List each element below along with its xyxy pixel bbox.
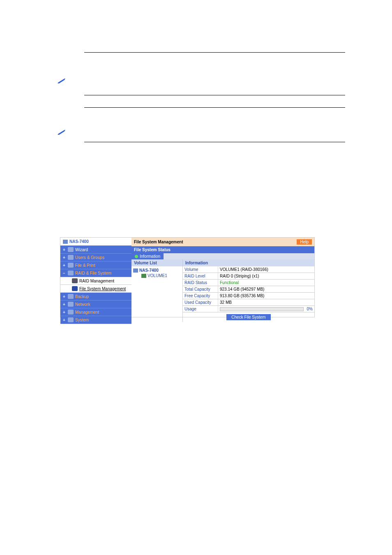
info-value: 32 MB xyxy=(218,299,314,305)
sidebar-item-wizard[interactable]: + Wizard xyxy=(60,246,131,254)
collapse-icon[interactable]: − xyxy=(62,271,66,275)
divider xyxy=(84,95,345,95)
sidebar-item-raid-management[interactable]: RAID Management xyxy=(60,277,131,285)
raid-icon xyxy=(68,271,74,275)
info-label: RAID Level xyxy=(183,273,218,279)
device-icon xyxy=(63,240,68,244)
volume-tree: NAS-7400 VOLUME1 xyxy=(131,266,183,322)
info-row-usage: Usage 0% xyxy=(183,306,314,312)
divider xyxy=(84,142,345,142)
tree-item-label: VOLUME1 xyxy=(148,273,167,278)
tree-root[interactable]: NAS-7400 xyxy=(131,268,182,273)
app-window: NAS-7400 + Wizard + Users & Groups + Fil… xyxy=(60,237,315,317)
content-row: NAS-7400 VOLUME1 Volume VOLUME1 (RAID-38… xyxy=(131,266,314,322)
col-header-volume-list: Volume List xyxy=(131,259,183,266)
sidebar-item-label: File System Management xyxy=(79,287,126,291)
info-label: RAID Status xyxy=(183,280,218,286)
backup-icon xyxy=(68,294,74,299)
usage-cell: 0% xyxy=(218,306,314,312)
active-tab-icon xyxy=(135,255,138,258)
sidebar: NAS-7400 + Wizard + Users & Groups + Fil… xyxy=(60,238,131,317)
tab-label: Information xyxy=(140,254,160,259)
users-icon xyxy=(68,255,74,260)
sidebar-item-management[interactable]: + Management xyxy=(60,308,131,316)
page-title: File System Management xyxy=(134,240,183,244)
info-row-free-capacity: Free Capacity 913.80 GB (935736 MB) xyxy=(183,293,314,299)
tree-item-volume1[interactable]: VOLUME1 xyxy=(131,273,182,278)
info-value: Functional xyxy=(218,280,314,286)
sidebar-item-users-groups[interactable]: + Users & Groups xyxy=(60,254,131,261)
file-print-icon xyxy=(68,263,74,268)
usage-bar xyxy=(220,307,304,311)
info-table: Volume VOLUME1 (RAID-380166) RAID Level … xyxy=(183,266,314,322)
expand-icon[interactable]: + xyxy=(62,294,66,299)
note-icon xyxy=(58,129,66,135)
info-row-used-capacity: Used Capacity 32 MB xyxy=(183,299,314,306)
info-value: 923.14 GB (945297 MB) xyxy=(218,286,314,292)
fs-mgmt-icon xyxy=(72,286,78,291)
info-row-raid-level: RAID Level RAID 0 (Striping) (x1) xyxy=(183,273,314,280)
sidebar-item-file-system-management[interactable]: File System Management xyxy=(60,285,131,293)
column-headers: Volume List Information xyxy=(131,259,314,266)
col-header-information: Information xyxy=(183,259,314,266)
info-label: Used Capacity xyxy=(183,299,218,305)
section-header: File System Status xyxy=(131,246,314,253)
expand-icon[interactable]: + xyxy=(62,255,66,260)
sidebar-item-raid-filesystem[interactable]: − RAID & File System xyxy=(60,269,131,277)
info-label: Volume xyxy=(183,266,218,273)
info-label: Free Capacity xyxy=(183,293,218,299)
wizard-icon xyxy=(68,247,74,252)
sidebar-item-label: Management xyxy=(75,310,99,314)
sidebar-item-backup[interactable]: + Backup xyxy=(60,293,131,301)
page-header: File System Management Help xyxy=(131,238,314,246)
info-value: RAID 0 (Striping) (x1) xyxy=(218,273,314,279)
info-label: Total Capacity xyxy=(183,286,218,292)
divider xyxy=(84,52,345,53)
button-row: Check File System xyxy=(183,312,314,322)
sidebar-item-label: File & Print xyxy=(75,263,95,268)
sidebar-root[interactable]: NAS-7400 xyxy=(60,238,131,246)
sidebar-item-label: RAID & File System xyxy=(75,271,111,275)
divider xyxy=(84,107,345,108)
info-row-total-capacity: Total Capacity 923.14 GB (945297 MB) xyxy=(183,286,314,293)
info-row-raid-status: RAID Status Functional xyxy=(183,280,314,286)
tab-row: Information xyxy=(131,253,314,259)
tree-root-label: NAS-7400 xyxy=(139,268,159,273)
management-icon xyxy=(68,310,74,314)
info-label: Usage xyxy=(183,306,218,312)
tab-information[interactable]: Information xyxy=(131,253,164,259)
sidebar-item-network[interactable]: + Network xyxy=(60,301,131,308)
raid-mgmt-icon xyxy=(72,278,78,283)
expand-icon[interactable]: + xyxy=(62,318,66,322)
sidebar-item-label: System xyxy=(75,318,89,322)
expand-icon[interactable]: + xyxy=(62,247,66,252)
system-icon xyxy=(68,317,74,322)
volume-icon xyxy=(141,274,146,278)
sidebar-item-label: Backup xyxy=(75,294,89,299)
main-panel: File System Management Help File System … xyxy=(131,238,314,317)
check-file-system-button[interactable]: Check File System xyxy=(226,314,270,320)
sidebar-item-file-print[interactable]: + File & Print xyxy=(60,261,131,269)
expand-icon[interactable]: + xyxy=(62,302,66,307)
sidebar-root-label: NAS-7400 xyxy=(69,239,89,244)
note-icon xyxy=(58,78,66,83)
expand-icon[interactable]: + xyxy=(62,263,66,268)
expand-icon[interactable]: + xyxy=(62,310,66,314)
usage-percent: 0% xyxy=(307,307,313,311)
device-icon xyxy=(133,268,138,273)
sidebar-item-label: Wizard xyxy=(75,247,88,252)
sidebar-item-system[interactable]: + System xyxy=(60,316,131,324)
info-row-volume: Volume VOLUME1 (RAID-380166) xyxy=(183,266,314,273)
sidebar-item-label: Users & Groups xyxy=(75,255,104,260)
sidebar-item-label: RAID Management xyxy=(79,279,114,283)
help-button[interactable]: Help xyxy=(297,239,312,245)
info-value: 913.80 GB (935736 MB) xyxy=(218,293,314,299)
info-value: VOLUME1 (RAID-380166) xyxy=(218,266,314,273)
sidebar-item-label: Network xyxy=(75,302,90,307)
network-icon xyxy=(68,302,74,307)
